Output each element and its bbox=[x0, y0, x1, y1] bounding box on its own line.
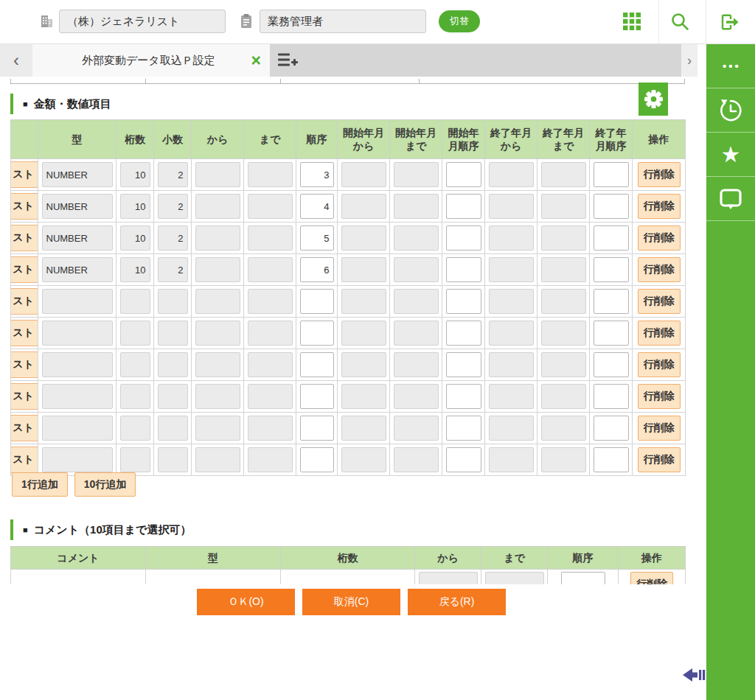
digits-input[interactable] bbox=[120, 321, 150, 346]
row-prefix-button[interactable]: スト bbox=[11, 447, 38, 473]
row-prefix-button[interactable]: スト bbox=[11, 225, 38, 251]
end-ym-order-input[interactable] bbox=[594, 416, 629, 441]
start-ym-to-input[interactable] bbox=[394, 194, 439, 219]
add-tab-icon[interactable] bbox=[277, 52, 298, 71]
end-ym-to-input[interactable] bbox=[541, 225, 586, 251]
start-ym-from-input[interactable] bbox=[341, 225, 386, 251]
star-icon[interactable]: ★ bbox=[706, 133, 755, 177]
end-ym-to-input[interactable] bbox=[541, 384, 586, 409]
order-input[interactable] bbox=[300, 352, 334, 377]
end-ym-from-input[interactable] bbox=[489, 416, 534, 441]
logout-icon[interactable] bbox=[720, 13, 740, 32]
back-button[interactable]: 戻る(R) bbox=[408, 589, 506, 615]
digits-input[interactable] bbox=[120, 352, 150, 377]
end-ym-order-input[interactable] bbox=[594, 384, 629, 409]
end-ym-order-input[interactable] bbox=[594, 162, 629, 187]
from-input[interactable] bbox=[195, 416, 240, 441]
decimals-input[interactable] bbox=[158, 225, 188, 251]
to-input[interactable] bbox=[248, 225, 293, 251]
start-ym-order-input[interactable] bbox=[446, 352, 481, 377]
end-ym-to-input[interactable] bbox=[541, 352, 586, 377]
decimals-input[interactable] bbox=[158, 447, 188, 472]
to-input[interactable] bbox=[248, 447, 293, 472]
role-input[interactable] bbox=[260, 10, 426, 33]
start-ym-from-input[interactable] bbox=[341, 352, 386, 377]
end-ym-order-input[interactable] bbox=[594, 447, 629, 472]
row-prefix-button[interactable]: スト bbox=[11, 288, 38, 315]
decimals-input[interactable] bbox=[158, 289, 188, 314]
add-ten-rows-button[interactable]: 10行追加 bbox=[74, 472, 136, 497]
type-input[interactable] bbox=[42, 447, 113, 472]
digits-input[interactable] bbox=[120, 257, 150, 282]
start-ym-from-input[interactable] bbox=[341, 194, 386, 219]
type-input[interactable] bbox=[42, 289, 113, 314]
row-prefix-button[interactable]: スト bbox=[11, 383, 38, 410]
to-input[interactable] bbox=[248, 416, 293, 441]
type-input[interactable] bbox=[42, 321, 113, 346]
end-ym-to-input[interactable] bbox=[541, 194, 586, 219]
search-icon[interactable] bbox=[669, 11, 690, 32]
order-input[interactable] bbox=[300, 416, 334, 441]
delete-row-button[interactable]: 行削除 bbox=[638, 257, 681, 282]
row-prefix-button[interactable]: スト bbox=[11, 161, 38, 188]
end-ym-order-input[interactable] bbox=[594, 321, 629, 346]
decimals-input[interactable] bbox=[158, 257, 188, 282]
end-ym-from-input[interactable] bbox=[489, 289, 534, 314]
from-input[interactable] bbox=[195, 447, 240, 472]
more-dots-icon[interactable]: ••• bbox=[706, 44, 755, 88]
end-ym-from-input[interactable] bbox=[489, 225, 534, 251]
end-ym-order-input[interactable] bbox=[594, 225, 629, 251]
from-input[interactable] bbox=[195, 225, 240, 251]
tab-scroll-right-button[interactable]: › bbox=[681, 44, 697, 77]
delete-row-button[interactable]: 行削除 bbox=[638, 447, 681, 472]
start-ym-order-input[interactable] bbox=[446, 225, 481, 251]
delete-row-button[interactable]: 行削除 bbox=[638, 162, 681, 187]
delete-row-button[interactable]: 行削除 bbox=[638, 352, 681, 377]
from-input[interactable] bbox=[195, 257, 240, 282]
delete-row-button[interactable]: 行削除 bbox=[638, 321, 681, 346]
chat-bubble-icon[interactable] bbox=[706, 177, 755, 221]
to-input[interactable] bbox=[248, 352, 293, 377]
order-input[interactable] bbox=[300, 162, 334, 187]
type-input[interactable] bbox=[42, 257, 113, 282]
start-ym-order-input[interactable] bbox=[446, 162, 481, 187]
start-ym-order-input[interactable] bbox=[446, 447, 481, 472]
start-ym-from-input[interactable] bbox=[341, 257, 386, 282]
row-prefix-button[interactable]: スト bbox=[11, 320, 38, 346]
order-input[interactable] bbox=[300, 447, 334, 472]
order-input[interactable] bbox=[300, 289, 334, 314]
start-ym-to-input[interactable] bbox=[394, 384, 439, 409]
start-ym-to-input[interactable] bbox=[394, 447, 439, 472]
row-prefix-button[interactable]: スト bbox=[11, 415, 38, 441]
decimals-input[interactable] bbox=[158, 194, 188, 219]
from-input[interactable] bbox=[195, 289, 240, 314]
delete-row-button[interactable]: 行削除 bbox=[638, 384, 681, 409]
tab-close-icon[interactable]: × bbox=[251, 52, 270, 69]
type-input[interactable] bbox=[42, 352, 113, 377]
order-input[interactable] bbox=[300, 384, 334, 409]
end-ym-to-input[interactable] bbox=[541, 321, 586, 346]
end-ym-order-input[interactable] bbox=[594, 352, 629, 377]
to-input[interactable] bbox=[248, 194, 293, 219]
type-input[interactable] bbox=[42, 416, 113, 441]
from-input[interactable] bbox=[195, 384, 240, 409]
start-ym-from-input[interactable] bbox=[341, 289, 386, 314]
end-ym-from-input[interactable] bbox=[489, 352, 534, 377]
company-input[interactable] bbox=[59, 10, 226, 33]
order-input[interactable] bbox=[300, 225, 334, 251]
from-input[interactable] bbox=[195, 194, 240, 219]
start-ym-to-input[interactable] bbox=[394, 162, 439, 187]
delete-row-button[interactable]: 行削除 bbox=[638, 194, 681, 219]
digits-input[interactable] bbox=[120, 416, 150, 441]
to-input[interactable] bbox=[248, 162, 293, 187]
add-one-row-button[interactable]: 1行追加 bbox=[12, 472, 68, 497]
digits-input[interactable] bbox=[120, 162, 150, 187]
decimals-input[interactable] bbox=[158, 162, 188, 187]
type-input[interactable] bbox=[42, 384, 113, 409]
row-prefix-button[interactable]: スト bbox=[11, 256, 38, 283]
decimals-input[interactable] bbox=[158, 384, 188, 409]
decimals-input[interactable] bbox=[158, 352, 188, 377]
end-ym-to-input[interactable] bbox=[541, 416, 586, 441]
end-ym-to-input[interactable] bbox=[541, 289, 586, 314]
end-ym-order-input[interactable] bbox=[594, 257, 629, 282]
